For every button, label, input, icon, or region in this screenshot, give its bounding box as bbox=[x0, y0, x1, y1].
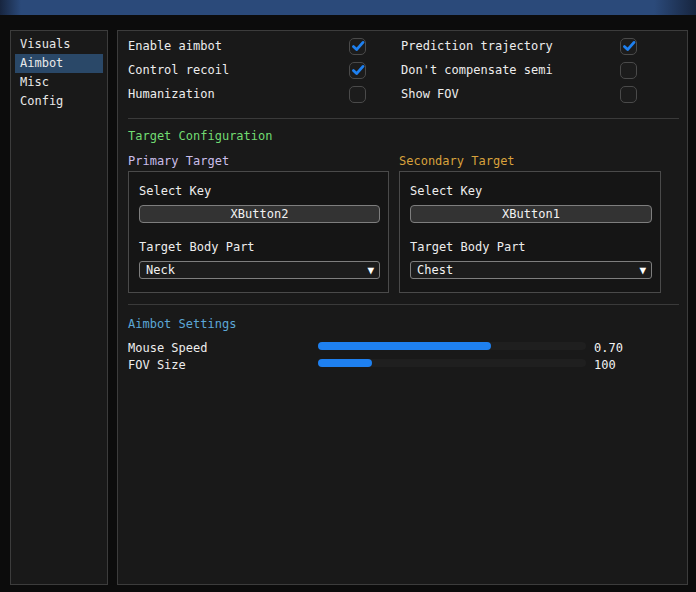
checkbox-label-show-fov: Show FOV bbox=[401, 87, 459, 102]
separator bbox=[128, 304, 679, 305]
checkbox-prediction-trajectory[interactable] bbox=[620, 38, 637, 55]
checkbox-humanization[interactable] bbox=[349, 86, 366, 103]
checkbox-label-prediction-trajectory: Prediction trajectory bbox=[401, 39, 553, 54]
sidebar-item-config[interactable]: Config bbox=[15, 92, 103, 111]
check-icon bbox=[350, 38, 366, 54]
chevron-down-icon: ▼ bbox=[639, 263, 646, 279]
check-icon bbox=[621, 38, 637, 54]
check-icon bbox=[350, 62, 366, 78]
section-title-aimbot-settings: Aimbot Settings bbox=[128, 317, 236, 332]
checkbox-control-recoil[interactable] bbox=[349, 62, 366, 79]
slider-fill bbox=[318, 342, 491, 350]
key-bind-button-secondary[interactable]: XButton1 bbox=[410, 205, 652, 223]
fov-size-value: 100 bbox=[594, 358, 616, 373]
key-bind-button-primary[interactable]: XButton2 bbox=[139, 205, 380, 223]
sidebar-item-visuals[interactable]: Visuals bbox=[15, 35, 103, 54]
mouse-speed-value: 0.70 bbox=[594, 341, 623, 356]
secondary-target-group: Select Key XButton1 Target Body Part Che… bbox=[399, 171, 661, 293]
body-part-select-primary[interactable]: Neck ▼ bbox=[139, 261, 380, 279]
sidebar-item-misc[interactable]: Misc bbox=[15, 73, 103, 92]
main-panel: Enable aimbot Control recoil Humanizatio… bbox=[117, 30, 688, 585]
checkbox-show-fov[interactable] bbox=[620, 86, 637, 103]
primary-target-group: Select Key XButton2 Target Body Part Nec… bbox=[128, 171, 389, 293]
separator bbox=[128, 118, 679, 119]
checkbox-label-control-recoil: Control recoil bbox=[128, 63, 229, 78]
mouse-speed-label: Mouse Speed bbox=[128, 341, 207, 356]
sidebar: Visuals Aimbot Misc Config bbox=[10, 30, 108, 585]
mouse-speed-slider[interactable] bbox=[318, 342, 586, 350]
checkbox-label-humanization: Humanization bbox=[128, 87, 215, 102]
section-title-target-configuration: Target Configuration bbox=[128, 129, 273, 144]
titlebar[interactable] bbox=[0, 0, 696, 15]
body-part-select-secondary[interactable]: Chest ▼ bbox=[410, 261, 652, 279]
sidebar-item-aimbot[interactable]: Aimbot bbox=[15, 54, 103, 73]
fov-size-slider[interactable] bbox=[318, 359, 586, 367]
dropdown-value: Neck bbox=[146, 262, 175, 278]
secondary-target-title: Secondary Target bbox=[399, 154, 515, 169]
select-key-label: Select Key bbox=[139, 184, 211, 199]
select-key-label: Select Key bbox=[410, 184, 482, 199]
dropdown-value: Chest bbox=[417, 262, 453, 278]
target-body-part-label: Target Body Part bbox=[410, 240, 526, 255]
primary-target-title: Primary Target bbox=[128, 154, 229, 169]
fov-size-label: FOV Size bbox=[128, 358, 186, 373]
chevron-down-icon: ▼ bbox=[367, 263, 374, 279]
checkbox-enable-aimbot[interactable] bbox=[349, 38, 366, 55]
checkbox-dont-compensate-semi[interactable] bbox=[620, 62, 637, 79]
slider-fill bbox=[318, 359, 372, 367]
checkbox-label-dont-compensate-semi: Don't compensate semi bbox=[401, 63, 553, 78]
checkbox-label-enable-aimbot: Enable aimbot bbox=[128, 39, 222, 54]
target-body-part-label: Target Body Part bbox=[139, 240, 255, 255]
